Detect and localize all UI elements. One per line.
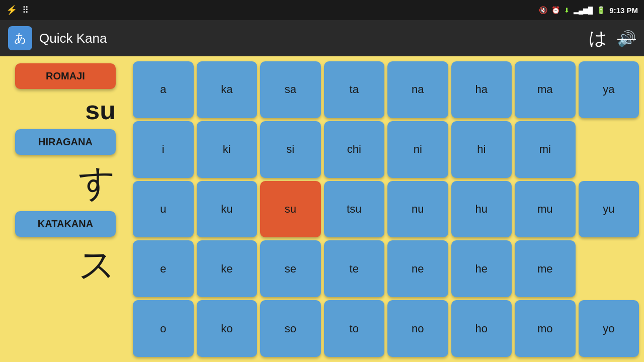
- kana-btn-3-7: [579, 240, 639, 297]
- kana-btn-0-0[interactable]: a: [133, 61, 194, 118]
- kana-btn-1-5[interactable]: hi: [451, 121, 512, 178]
- kana-btn-4-0[interactable]: o: [133, 300, 194, 357]
- hiragana-button[interactable]: HIRAGANA: [15, 129, 116, 155]
- kana-btn-2-5[interactable]: hu: [451, 181, 512, 238]
- dots-icon: ⠿: [22, 5, 29, 16]
- kana-btn-0-5[interactable]: ha: [451, 61, 512, 118]
- kana-row-1: ikisichinihimi: [133, 121, 639, 178]
- kana-btn-3-5[interactable]: he: [451, 240, 512, 297]
- kana-btn-1-0[interactable]: i: [133, 121, 194, 178]
- kana-btn-2-7[interactable]: yu: [579, 181, 639, 238]
- kana-btn-4-2[interactable]: so: [260, 300, 321, 357]
- download-icon: ⬇: [564, 7, 570, 14]
- title-action-icons: は 🔊: [589, 26, 636, 51]
- romaji-button[interactable]: ROMAJI: [15, 63, 116, 89]
- kana-btn-0-6[interactable]: ma: [515, 61, 576, 118]
- app-title: Quick Kana: [39, 31, 589, 46]
- kana-btn-4-1[interactable]: ko: [197, 300, 258, 357]
- usb-icon: ⚡: [6, 5, 17, 16]
- battery-icon: 🔋: [597, 6, 605, 14]
- mute-icon: 🔇: [539, 6, 547, 14]
- title-bar: あ Quick Kana は 🔊: [0, 20, 644, 56]
- kana-btn-0-2[interactable]: sa: [260, 61, 321, 118]
- kana-btn-3-6[interactable]: me: [515, 240, 576, 297]
- kana-btn-1-4[interactable]: ni: [387, 121, 448, 178]
- signal-icon: ▂▄▆█: [574, 7, 593, 14]
- kana-btn-1-2[interactable]: si: [260, 121, 321, 178]
- kana-btn-0-7[interactable]: ya: [579, 61, 639, 118]
- kana-btn-3-0[interactable]: e: [133, 240, 194, 297]
- kana-btn-1-6[interactable]: mi: [515, 121, 576, 178]
- kana-btn-4-4[interactable]: no: [387, 300, 448, 357]
- kana-btn-2-4[interactable]: nu: [387, 181, 448, 238]
- katakana-button[interactable]: KATAKANA: [15, 211, 116, 237]
- romaji-display: su: [5, 95, 126, 125]
- kana-grid: akasatanahamayaikisichinihimiukusutsunuh…: [131, 56, 644, 362]
- app-icon: あ: [8, 26, 32, 50]
- kana-row-0: akasatanahamaya: [133, 61, 639, 118]
- kana-btn-1-7: [579, 121, 639, 178]
- status-right-icons: 🔇 ⏰ ⬇ ▂▄▆█ 🔋 9:13 PM: [539, 6, 638, 15]
- kana-btn-3-4[interactable]: ne: [387, 240, 448, 297]
- kana-row-3: ekeseteneheme: [133, 240, 639, 297]
- ha-icon[interactable]: は: [589, 26, 607, 51]
- status-left-icons: ⚡ ⠿: [6, 5, 29, 16]
- kana-btn-3-1[interactable]: ke: [197, 240, 258, 297]
- left-panel: ROMAJI su HIRAGANA す KATAKANA ス: [0, 56, 131, 362]
- kana-row-4: okosotonohomoyo: [133, 300, 639, 357]
- kana-btn-2-2[interactable]: su: [260, 181, 321, 238]
- kana-row-2: ukusutsunuhumuyu: [133, 181, 639, 238]
- kana-btn-1-3[interactable]: chi: [324, 121, 385, 178]
- kana-btn-4-3[interactable]: to: [324, 300, 385, 357]
- kana-btn-2-3[interactable]: tsu: [324, 181, 385, 238]
- kana-btn-0-4[interactable]: na: [387, 61, 448, 118]
- kana-btn-3-3[interactable]: te: [324, 240, 385, 297]
- kana-btn-2-0[interactable]: u: [133, 181, 194, 238]
- kana-btn-2-6[interactable]: mu: [515, 181, 576, 238]
- hiragana-display: す: [5, 159, 126, 207]
- kana-btn-1-1[interactable]: ki: [197, 121, 258, 178]
- kana-btn-0-1[interactable]: ka: [197, 61, 258, 118]
- kana-btn-4-7[interactable]: yo: [579, 300, 639, 357]
- kana-btn-0-3[interactable]: ta: [324, 61, 385, 118]
- kana-btn-3-2[interactable]: se: [260, 240, 321, 297]
- mute-toggle-icon[interactable]: 🔊: [617, 30, 636, 47]
- alarm-icon: ⏰: [551, 6, 560, 14]
- clock-time: 9:13 PM: [609, 6, 638, 15]
- kana-btn-2-1[interactable]: ku: [197, 181, 258, 238]
- katakana-display: ス: [5, 241, 126, 289]
- kana-btn-4-6[interactable]: mo: [515, 300, 576, 357]
- main-content: ROMAJI su HIRAGANA す KATAKANA ス akasatan…: [0, 56, 644, 362]
- kana-btn-4-5[interactable]: ho: [451, 300, 512, 357]
- status-bar: ⚡ ⠿ 🔇 ⏰ ⬇ ▂▄▆█ 🔋 9:13 PM: [0, 0, 644, 20]
